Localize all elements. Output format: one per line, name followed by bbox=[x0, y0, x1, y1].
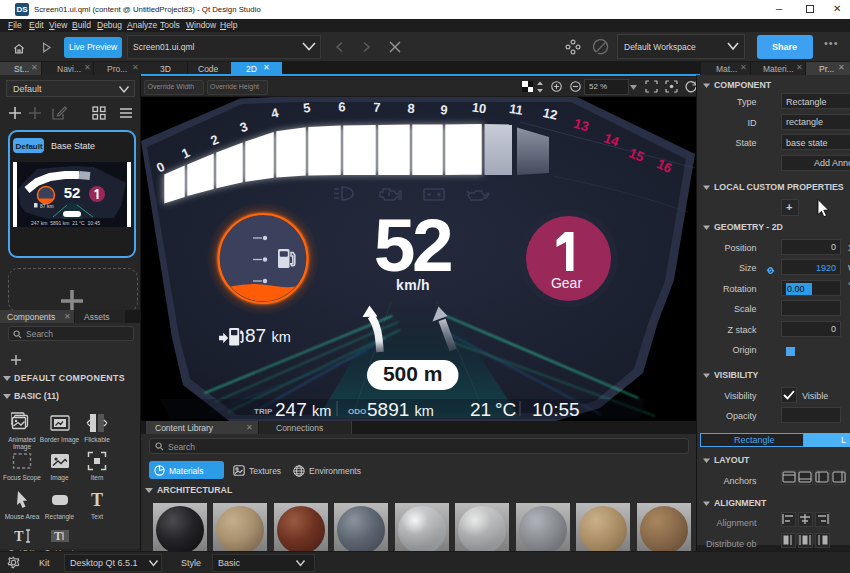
svg-text:21 °C: 21 °C bbox=[470, 399, 516, 420]
svg-text:TRIP: TRIP bbox=[254, 407, 273, 416]
svg-text:247 km: 247 km bbox=[275, 399, 331, 420]
svg-text:9: 9 bbox=[440, 102, 449, 118]
svg-text:87 km: 87 km bbox=[245, 325, 291, 346]
svg-text:52: 52 bbox=[374, 203, 451, 287]
svg-text:10: 10 bbox=[471, 100, 487, 117]
svg-text:Gear: Gear bbox=[551, 275, 582, 291]
svg-text:T: T bbox=[91, 490, 103, 510]
svg-text:247 km 5891 km 21 °C 10:45: 247 km 5891 km 21 °C 10:45 bbox=[31, 220, 100, 226]
svg-text:8: 8 bbox=[407, 101, 415, 116]
svg-text:6: 6 bbox=[338, 99, 346, 114]
svg-text:T: T bbox=[53, 529, 61, 543]
svg-text:T: T bbox=[14, 529, 24, 544]
svg-text:500 m: 500 m bbox=[383, 362, 443, 385]
svg-text:km/h: km/h bbox=[396, 277, 430, 293]
svg-text:7: 7 bbox=[373, 100, 380, 115]
svg-text:ODO: ODO bbox=[348, 407, 366, 416]
svg-text:5891 km: 5891 km bbox=[367, 399, 434, 420]
svg-text:87 km: 87 km bbox=[40, 203, 54, 209]
svg-text:11: 11 bbox=[508, 101, 524, 118]
svg-text:12: 12 bbox=[542, 105, 559, 123]
svg-text:52: 52 bbox=[64, 184, 81, 201]
svg-text:10:55: 10:55 bbox=[532, 399, 580, 420]
